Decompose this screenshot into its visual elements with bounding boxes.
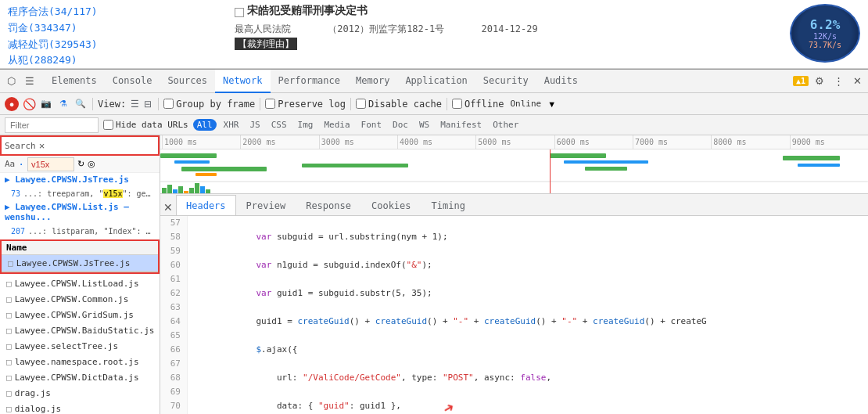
hide-data-urls-checkbox[interactable] — [103, 120, 113, 130]
tab-audits[interactable]: Audits — [536, 70, 586, 93]
clear-button[interactable]: 🚫 — [22, 97, 36, 111]
code-tab-headers[interactable]: Headers — [176, 195, 236, 215]
disable-cache-checkbox[interactable] — [356, 99, 366, 109]
file-name-2: Lawyee.CPWSW.ListLoad.js — [15, 279, 139, 289]
preserve-log-checkbox[interactable] — [265, 99, 275, 109]
tab-elements[interactable]: Elements — [44, 70, 105, 93]
code-tab-timing[interactable]: Timing — [421, 195, 475, 215]
filter-font[interactable]: Font — [357, 119, 386, 131]
search-bar: Search × — [0, 135, 160, 156]
group-header-2[interactable]: ▶ Lawyee.CPWSW.List.js — wenshu... — [0, 200, 160, 224]
tab-application[interactable]: Application — [397, 70, 475, 93]
tbar-3 — [181, 167, 267, 171]
tbar-7 — [564, 160, 649, 164]
hide-data-urls-check[interactable]: Hide data URLs — [103, 120, 188, 130]
regex-label: Aa — [5, 159, 15, 169]
toolbar-divider-5 — [447, 98, 447, 110]
online-dropdown-icon[interactable]: ▼ — [547, 99, 556, 109]
filter-css[interactable]: CSS — [267, 119, 291, 131]
file-item-7[interactable]: □ lawyee.namespace.root.js — [0, 354, 160, 369]
code-tab-response[interactable]: Response — [296, 195, 361, 215]
file-item-10[interactable]: □ dialog.js — [0, 401, 160, 414]
search-button[interactable]: 🔍 — [74, 97, 88, 111]
tab-console[interactable]: Console — [105, 70, 160, 93]
filter-all[interactable]: All — [193, 119, 217, 131]
webpage-item-4: 从犯(288249) — [8, 52, 219, 69]
file-icon-6: □ — [6, 341, 12, 351]
search-match-case-icon[interactable]: ◎ — [88, 159, 95, 169]
wf-5 — [184, 191, 188, 194]
tab-security[interactable]: Security — [475, 70, 536, 93]
device-icon[interactable]: ☰ — [22, 74, 38, 89]
filter-button[interactable]: ⚗ — [56, 97, 70, 111]
search-close-button[interactable]: × — [39, 140, 45, 152]
file-item-1[interactable]: □ Lawyee.CPWSW.JsTree.js — [2, 255, 158, 271]
screenshot-button[interactable]: 📷 — [39, 97, 53, 111]
wf-1 — [162, 188, 167, 194]
tick-8: 8000 ms — [711, 135, 789, 149]
tbar-6 — [550, 153, 606, 158]
file-match-1[interactable]: 73 ...: treeparam, "v15x": getKey(), "..… — [0, 186, 160, 200]
tab-memory[interactable]: Memory — [348, 70, 397, 93]
group-frame-checkbox[interactable] — [163, 99, 174, 109]
code-area: 57 58 59 60 61 62 63 64 65 66 67 68 69 7… — [160, 216, 868, 414]
view-list-icon[interactable]: ☰ — [129, 99, 141, 110]
code-tab-cookies[interactable]: Cookies — [361, 195, 421, 215]
view-grid-icon[interactable]: ⊟ — [142, 99, 153, 110]
code-line-63: data: { "guid": guid1 }, — [194, 399, 862, 413]
right-panel: ✕ Headers Preview Response Cookies Timin… — [160, 194, 868, 414]
view-label: View: — [98, 99, 126, 110]
ln-57: 57 — [167, 216, 181, 230]
code-tab-preview[interactable]: Preview — [236, 195, 296, 215]
group-header-1[interactable]: ▶ Lawyee.CPWSW.JsTree.js — [0, 173, 160, 186]
file-match-2[interactable]: 207 ...: listparam, "Index": index, "P..… — [0, 224, 160, 238]
file-icon-4: □ — [6, 310, 12, 320]
disable-cache-check[interactable]: Disable cache — [356, 99, 442, 110]
offline-check[interactable]: Offline — [452, 99, 504, 110]
file-item-2[interactable]: □ Lawyee.CPWSW.ListLoad.js — [0, 275, 160, 291]
file-name-5: Lawyee.CPWSW.BaiduStatic.js — [15, 326, 155, 336]
settings-icon[interactable]: ⚙ — [812, 74, 827, 89]
close-devtools-icon[interactable]: ✕ — [849, 74, 865, 89]
file-item-3[interactable]: □ Lawyee.CPWSW.Common.js — [0, 291, 160, 307]
webpage-item-2: 罚金(334347) — [8, 20, 219, 37]
offline-checkbox[interactable] — [452, 99, 462, 109]
file-item-9[interactable]: □ drag.js — [0, 385, 160, 401]
search-label: Search — [5, 141, 36, 151]
filter-ws[interactable]: WS — [415, 119, 433, 131]
file-item-4[interactable]: □ Lawyee.CPWSW.GridSum.js — [0, 307, 160, 322]
filter-input[interactable] — [5, 117, 99, 133]
tbar-9 — [783, 156, 839, 160]
filter-img[interactable]: Img — [294, 119, 317, 131]
filter-xhr[interactable]: XHR — [220, 119, 243, 131]
left-panel: Search × Aa · ↻ ◎ ▶ Lawyee.CPWSW.JsTree.… — [0, 135, 160, 414]
search-input[interactable] — [27, 157, 74, 171]
search-refresh-icon[interactable]: ↻ — [77, 159, 84, 169]
file-item-8[interactable]: □ Lawyee.CPWSW.DictData.js — [0, 369, 160, 385]
preserve-log-check[interactable]: Preserve log — [265, 99, 346, 110]
file-name-6: Lawyee.selectTree.js — [15, 341, 118, 351]
file-item-5[interactable]: □ Lawyee.CPWSW.BaiduStatic.js — [0, 322, 160, 338]
doc-checkbox[interactable] — [235, 8, 244, 17]
filter-doc[interactable]: Doc — [389, 119, 412, 131]
tab-performance[interactable]: Performance — [271, 70, 348, 93]
filter-manifest[interactable]: Manifest — [436, 119, 486, 131]
ln-60: 60 — [167, 258, 181, 272]
tick-1: 1000 ms — [162, 135, 240, 149]
inspect-icon[interactable]: ⬡ — [3, 74, 19, 89]
tab-network[interactable]: Network — [215, 70, 271, 93]
file-item-6[interactable]: □ Lawyee.selectTree.js — [0, 338, 160, 354]
match-line-number-2: 207 — [11, 227, 25, 236]
speed-upload: 73.7K/s — [809, 41, 841, 49]
record-button[interactable]: ● — [5, 97, 19, 111]
filter-other[interactable]: Other — [489, 119, 522, 131]
file-name-1: Lawyee.CPWSW.JsTree.js — [16, 258, 131, 268]
filter-js[interactable]: JS — [246, 119, 264, 131]
more-icon[interactable]: ⋮ — [830, 74, 846, 89]
section-tag: 【裁判理由】 — [235, 38, 860, 51]
file-icon-7: □ — [6, 357, 12, 367]
tab-sources[interactable]: Sources — [160, 70, 215, 93]
group-frame-check[interactable]: Group by frame — [163, 99, 255, 110]
filter-media[interactable]: Media — [320, 119, 353, 131]
close-panel-icon[interactable]: ✕ — [160, 200, 176, 215]
